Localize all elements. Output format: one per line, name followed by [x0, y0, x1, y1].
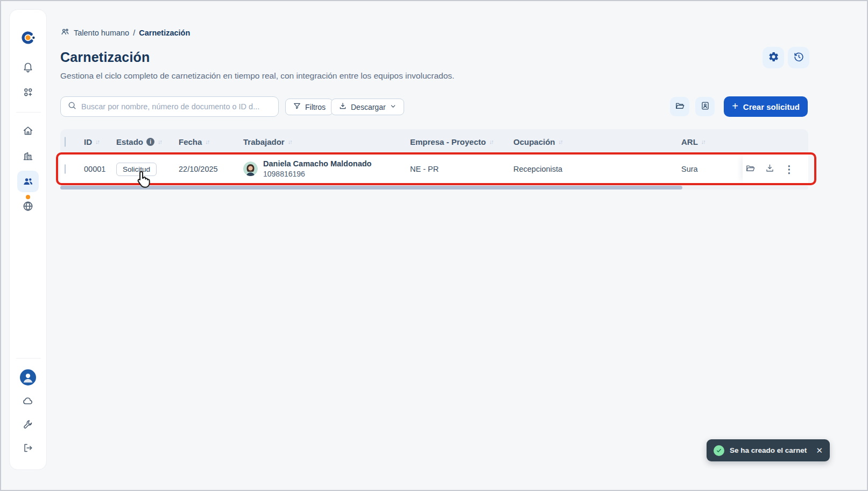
- sidebar-item-global[interactable]: [22, 200, 34, 212]
- cell-arl: Sura: [681, 165, 743, 173]
- search-icon: [67, 101, 77, 113]
- settings-button[interactable]: [763, 47, 784, 68]
- status-badge[interactable]: Solicitud: [116, 163, 157, 176]
- history-button[interactable]: [788, 47, 809, 68]
- close-icon[interactable]: ✕: [816, 446, 823, 454]
- page-title: Carnetización: [60, 50, 150, 65]
- app-logo[interactable]: [21, 31, 36, 45]
- globe-icon: [22, 200, 34, 212]
- column-label: Fecha: [179, 137, 202, 146]
- table-row[interactable]: 00001 Solicitud 22/10/2025 Daniela Camac…: [60, 154, 808, 185]
- cell-id: 00001: [84, 165, 116, 173]
- row-download-icon[interactable]: [765, 163, 775, 175]
- cloud-icon: [22, 395, 34, 407]
- folder-tool-button[interactable]: [670, 97, 689, 116]
- column-header-arl[interactable]: ARL ↓↑: [681, 137, 743, 146]
- cell-trabajador: Daniela Camacho Maldonado 1098816196: [243, 159, 410, 179]
- breadcrumb-talento-humano[interactable]: Talento humano: [74, 29, 129, 37]
- column-label: Ocupación: [513, 137, 555, 146]
- worker-document: 1098816196: [263, 169, 371, 179]
- sidebar-item-notifications[interactable]: [22, 61, 34, 73]
- row-menu-icon[interactable]: ⋮: [784, 164, 794, 174]
- column-header-trabajador[interactable]: Trabajador ↓↑: [243, 137, 410, 146]
- active-indicator-dot: [26, 195, 30, 199]
- search-bar: [60, 96, 279, 117]
- success-check-icon: [714, 445, 724, 456]
- cell-empresa-proyecto: NE - PR: [410, 165, 513, 173]
- sort-icon[interactable]: ↓↑: [489, 138, 493, 145]
- sidebar-item-apps[interactable]: [22, 86, 34, 98]
- create-request-button[interactable]: + Crear solicitud: [724, 96, 808, 117]
- sidebar-item-talento-humano[interactable]: [17, 171, 39, 192]
- column-header-empresa-proyecto[interactable]: Empresa - Proyecto ↓↑: [410, 137, 513, 146]
- table-header: ID ↓↑ Estado i ↓↑ Fecha ↓↑ Trabajador ↓↑…: [60, 129, 808, 154]
- row-actions: ⋮: [743, 154, 808, 184]
- breadcrumb-separator: /: [133, 29, 135, 37]
- column-label: ID: [84, 137, 92, 146]
- filters-button[interactable]: Filtros: [285, 99, 333, 115]
- download-button[interactable]: Descargar: [331, 99, 404, 115]
- toast-notification: Se ha creado el carnet ✕: [707, 439, 830, 461]
- filter-icon: [293, 102, 301, 112]
- worker-name: Daniela Camacho Maldonado: [263, 159, 371, 170]
- filters-label: Filtros: [305, 103, 326, 111]
- logo-icon: [21, 31, 36, 45]
- plus-icon: +: [732, 101, 738, 111]
- wrench-icon: [23, 419, 34, 430]
- column-label: Estado: [116, 137, 143, 146]
- breadcrumb-current: Carnetización: [139, 29, 190, 37]
- gear-icon: [768, 51, 779, 64]
- column-label: Empresa - Proyecto: [410, 137, 486, 146]
- column-label: ARL: [681, 137, 698, 146]
- cell-fecha: 22/10/2025: [179, 165, 243, 173]
- users-icon: [22, 176, 34, 187]
- download-label: Descargar: [351, 103, 386, 111]
- chevron-down-icon: [390, 103, 397, 111]
- logout-icon: [23, 443, 34, 454]
- sidebar-item-home[interactable]: [22, 125, 34, 137]
- sort-icon[interactable]: ↓↑: [95, 138, 99, 145]
- history-icon: [793, 51, 805, 64]
- worker-avatar: [243, 162, 258, 176]
- toast-message: Se ha creado el carnet: [730, 446, 810, 454]
- sort-icon[interactable]: ↓↑: [701, 138, 705, 145]
- row-folder-icon[interactable]: [745, 163, 756, 175]
- sidebar-item-settings[interactable]: [23, 419, 34, 430]
- info-icon[interactable]: i: [146, 138, 154, 146]
- row-checkbox[interactable]: [65, 164, 66, 174]
- column-header-estado[interactable]: Estado i ↓↑: [116, 137, 179, 146]
- column-header-id[interactable]: ID ↓↑: [84, 137, 116, 146]
- sort-icon[interactable]: ↓↑: [158, 138, 161, 145]
- sidebar-item-cloud[interactable]: [22, 395, 34, 407]
- sort-icon[interactable]: ↓↑: [288, 138, 292, 145]
- folder-open-icon: [675, 101, 685, 113]
- sidebar-user-avatar[interactable]: [20, 369, 36, 385]
- team-icon: [60, 27, 70, 38]
- column-header-ocupacion[interactable]: Ocupación ↓↑: [513, 137, 681, 146]
- sidebar-item-logout[interactable]: [23, 443, 34, 454]
- sort-icon[interactable]: ↓↑: [559, 138, 562, 145]
- column-header-fecha[interactable]: Fecha ↓↑: [179, 137, 243, 146]
- sort-icon[interactable]: ↓↑: [205, 138, 209, 145]
- create-request-label: Crear solicitud: [743, 102, 800, 111]
- cell-ocupacion: Recepcionista: [513, 165, 681, 173]
- app-window: Talento humano / Carnetización Carnetiza…: [0, 0, 868, 491]
- id-badge-icon: [700, 101, 710, 113]
- avatar-icon: [20, 369, 36, 385]
- id-badge-tool-button[interactable]: [695, 97, 715, 116]
- download-icon: [338, 102, 347, 112]
- column-label: Trabajador: [243, 137, 285, 146]
- building-icon: [22, 150, 34, 162]
- sidebar: [9, 9, 47, 470]
- bell-icon: [22, 61, 34, 73]
- select-all-checkbox[interactable]: [65, 137, 66, 147]
- requests-table: ID ↓↑ Estado i ↓↑ Fecha ↓↑ Trabajador ↓↑…: [60, 129, 808, 185]
- breadcrumb: Talento humano / Carnetización: [60, 27, 190, 38]
- sidebar-divider: [16, 358, 41, 359]
- search-input[interactable]: [81, 102, 272, 111]
- page-subtitle: Gestiona el ciclo completo de carnetizac…: [60, 71, 454, 81]
- apps-grid-icon: [22, 86, 34, 98]
- sidebar-item-company[interactable]: [22, 150, 34, 162]
- sidebar-divider: [16, 112, 41, 113]
- horizontal-scrollbar[interactable]: [60, 186, 682, 190]
